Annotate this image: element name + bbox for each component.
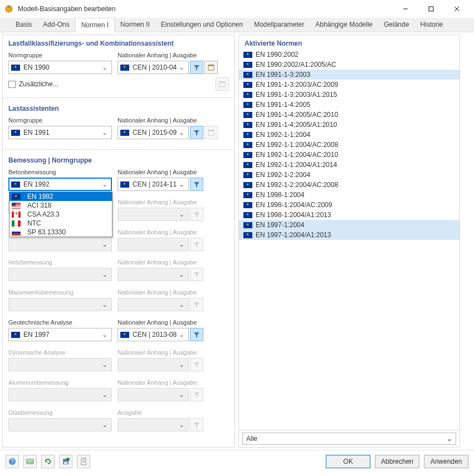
norm-item[interactable]: EN 1991-1-3:2003/AC:2009 <box>239 80 460 90</box>
dropdown-item-csa-a23-3[interactable]: CSA A23.3 <box>9 210 112 219</box>
annex-select-alu: ⌄ <box>118 388 189 401</box>
norm-item[interactable]: EN 1990:2002/A1:2005/AC <box>239 60 460 70</box>
norm-item[interactable]: EN 1998-1:2004/A1:2013 <box>239 210 460 220</box>
eu-flag-icon <box>243 132 252 138</box>
left-panel: Lastfallklassifizierungs- und Kombinatio… <box>2 35 235 448</box>
norm-item[interactable]: EN 1990:2002 <box>239 50 460 60</box>
chevron-down-icon: ⌄ <box>177 361 186 369</box>
maximize-button[interactable] <box>418 1 444 17</box>
eu-flag-icon <box>11 130 20 136</box>
chevron-down-icon: ⌄ <box>177 241 186 248</box>
ca-flag-icon <box>12 212 21 218</box>
filter-button-2[interactable] <box>190 126 203 139</box>
tab-modellparameter[interactable]: Modellparameter <box>248 18 310 32</box>
eu-flag-icon <box>243 232 252 238</box>
reset-button[interactable] <box>41 455 55 468</box>
annex-label-dyn: Nationaler Anhang | Ausgabe <box>118 349 221 356</box>
filter-button-dyn <box>190 358 203 371</box>
chevron-down-icon: ⌄ <box>100 301 109 308</box>
help-button[interactable]: ? <box>6 455 19 468</box>
dropdown-beton[interactable]: EN 1992ACI 318CSA A23.3NTCSP 63.13330 <box>9 192 113 237</box>
apply-button[interactable]: Anwenden <box>424 455 468 468</box>
chevron-down-icon: ⌄ <box>100 361 109 369</box>
annex-label-stahl1: Nationaler Anhang | Ausgabe <box>118 199 221 205</box>
design-select-geo[interactable]: EN 1997⌄ <box>8 328 112 341</box>
annex-select-1[interactable]: CEN | 2010-04 ⌄ <box>118 61 189 74</box>
filter-button-glas <box>190 418 203 431</box>
svg-rect-17 <box>64 462 67 464</box>
design-select-beton[interactable]: EN 1992⌄EN 1992ACI 318CSA A23.3NTCSP 63.… <box>8 178 112 191</box>
design-select-alu: ⌄ <box>8 388 112 401</box>
filter-button-geo[interactable] <box>190 328 203 341</box>
annex-select-mauer: ⌄ <box>118 298 189 311</box>
chevron-down-icon: ⌄ <box>177 180 186 188</box>
filter-button-beton[interactable] <box>190 178 203 191</box>
tab-historie[interactable]: Historie <box>414 18 448 32</box>
dropdown-item-ntc[interactable]: NTC <box>9 219 112 228</box>
units-button[interactable]: 0.00 <box>23 455 37 468</box>
tab-basis[interactable]: Basis <box>10 18 37 32</box>
footer: ? 0.00 OK Abbrechen Anwenden <box>0 450 474 472</box>
annex-select-geo[interactable]: CEN | 2013-08⌄ <box>118 328 189 341</box>
cancel-button[interactable]: Abbrechen <box>375 455 419 468</box>
eu-flag-icon <box>11 332 20 338</box>
eu-flag-icon <box>120 181 129 188</box>
eu-flag-icon <box>243 202 252 208</box>
design-label-geo: Geotechnische Analyse <box>8 319 112 326</box>
norm-item[interactable]: EN 1992-1-1:2004/A1:2014 <box>239 160 460 170</box>
ok-button[interactable]: OK <box>326 455 370 468</box>
eu-flag-icon <box>243 102 252 108</box>
norm-item[interactable]: EN 1991-1-3:2003/A1:2015 <box>239 90 460 100</box>
filter-button-stahl1 <box>190 208 203 221</box>
norm-item[interactable]: EN 1991-1-3:2003 <box>239 70 460 80</box>
dropdown-item-sp-63-13330[interactable]: SP 63.13330 <box>9 228 112 237</box>
annex-select-2[interactable]: CEN | 2015-09 ⌄ <box>118 126 189 139</box>
norm-item[interactable]: EN 1992-1-1:2004/AC:2010 <box>239 150 460 160</box>
activated-norms-list[interactable]: EN 1990:2002EN 1990:2002/A1:2005/ACEN 19… <box>239 50 460 430</box>
library-button-1[interactable] <box>204 61 218 74</box>
annex-label-holz: Nationaler Anhang | Ausgabe <box>118 259 221 266</box>
minimize-button[interactable] <box>393 1 418 17</box>
chevron-down-icon: ⌄ <box>177 210 186 218</box>
annex-label-mauer: Nationaler Anhang | Ausgabe <box>118 289 221 296</box>
app-icon <box>4 4 13 13</box>
tab-normen-ii[interactable]: Normen II <box>115 18 155 32</box>
norm-item[interactable]: EN 1992-1-1:2004/AC:2008 <box>239 140 460 150</box>
norm-item[interactable]: EN 1998-1:2004/AC:2009 <box>239 200 460 210</box>
tab-normen-i[interactable]: Normen I <box>75 18 115 32</box>
svg-rect-7 <box>208 65 214 66</box>
norm-item[interactable]: EN 1991-1-4:2005 <box>239 100 460 110</box>
svg-point-18 <box>66 458 70 461</box>
tab-abhängige-modelle[interactable]: Abhängige Modelle <box>310 18 378 32</box>
normgruppe-select-2[interactable]: EN 1991 ⌄ <box>8 126 112 139</box>
norm-item[interactable]: EN 1992-1-1:2004 <box>239 130 460 140</box>
norm-item[interactable]: EN 1992-1-2:2004 <box>239 170 460 180</box>
norm-item[interactable]: EN 1998-1:2004 <box>239 190 460 200</box>
close-button[interactable] <box>444 1 470 17</box>
additional-label: Zusätzliche... <box>19 80 58 88</box>
filter-select[interactable]: Alle ⌄ <box>242 433 456 445</box>
tab-gelände[interactable]: Gelände <box>378 18 414 32</box>
svg-rect-10 <box>208 131 214 135</box>
annex-select-beton[interactable]: CEN | 2014-11⌄ <box>118 178 189 191</box>
design-label-glas: Glasbemessung <box>8 409 112 416</box>
dropdown-item-aci-318[interactable]: ACI 318 <box>9 201 112 210</box>
tab-einstellungen-und-optionen[interactable]: Einstellungen und Optionen <box>155 18 248 32</box>
eu-flag-icon <box>243 122 252 128</box>
tab-add-ons[interactable]: Add-Ons <box>37 18 75 32</box>
chevron-down-icon: ⌄ <box>100 421 109 429</box>
filter-button-1[interactable] <box>190 61 203 74</box>
design-select-stahl2: ⌄ <box>8 238 112 251</box>
normgruppe-select-1[interactable]: EN 1990 ⌄ <box>8 61 112 74</box>
dropdown-item-en-1992[interactable]: EN 1992 <box>9 192 112 201</box>
norm-item[interactable]: EN 1997-1:2004/A1:2013 <box>239 230 460 240</box>
norm-item[interactable]: EN 1992-1-2:2004/AC:2008 <box>239 180 460 190</box>
norm-item[interactable]: EN 1997-1:2004 <box>239 220 460 230</box>
norm-item[interactable]: EN 1991-1-4:2005/A1:2010 <box>239 120 460 130</box>
norm-item[interactable]: EN 1991-1-4:2005/AC:2010 <box>239 110 460 120</box>
eu-flag-icon <box>11 65 20 71</box>
save-default-button[interactable] <box>59 455 72 468</box>
report-button[interactable] <box>77 455 90 468</box>
additional-checkbox[interactable] <box>8 81 16 88</box>
design-select-mauer: ⌄ <box>8 298 112 311</box>
